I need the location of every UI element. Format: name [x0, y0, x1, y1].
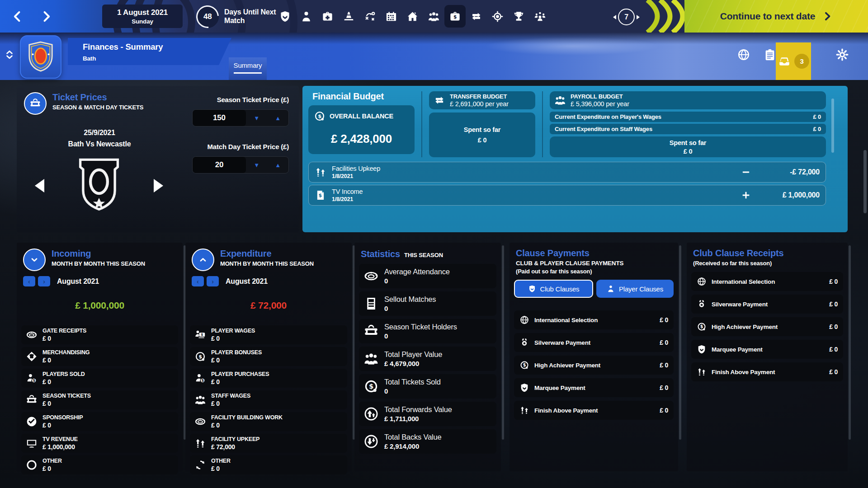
- topbar-nav-icon[interactable]: [359, 4, 381, 28]
- clause-receipt-row: Silverware Payment £ 0: [691, 295, 843, 314]
- clause-filter-tab[interactable]: Player Clauses: [596, 280, 674, 298]
- clause-payment-row: Finish Above Payment £ 0: [514, 401, 674, 420]
- clause-payment-row: International Selection £ 0: [514, 310, 674, 329]
- month-label: August 2021: [226, 277, 268, 286]
- match-day-price-label: Match Day Ticket Price (£): [171, 143, 289, 150]
- topbar-nav-icon[interactable]: [274, 4, 296, 28]
- season-ticket-price-stepper[interactable]: 150 ▼ ▲: [192, 109, 289, 127]
- stadium-icon: [26, 329, 38, 341]
- topbar-nav-icon[interactable]: [296, 4, 317, 28]
- notification-count-badge[interactable]: 7: [618, 9, 635, 25]
- notification-next-icon[interactable]: [637, 15, 640, 19]
- svg-text:$: $: [700, 324, 703, 329]
- decrease-button[interactable]: ▼: [246, 157, 267, 173]
- expense-row: $ PLAYER PURCHASES £ 0: [190, 369, 347, 388]
- topbar-nav-icon[interactable]: [529, 4, 551, 28]
- clause-payment-row: $ High Achiever Payment £ 0: [514, 356, 674, 375]
- season-ticket-price-value: 150: [193, 110, 246, 126]
- payroll-budget-value: £ 5,396,000 per year: [571, 100, 629, 108]
- minus-icon: [741, 167, 751, 177]
- notes-button[interactable]: [763, 48, 777, 61]
- trophy-icon: [513, 10, 525, 23]
- club-name: Bath: [83, 55, 231, 62]
- match-badge-icon: [75, 157, 123, 214]
- topbar-nav-icon[interactable]: [487, 4, 508, 28]
- stadium-icon: [363, 268, 379, 284]
- expense-row: $ PLAYER BONUSES £ 0: [190, 347, 347, 366]
- svg-text:$: $: [453, 14, 457, 20]
- upArrows-icon: [315, 166, 326, 178]
- day-text: Sunday: [132, 18, 153, 25]
- spent-so-far-value: £ 0: [684, 148, 693, 155]
- topbar-nav-icon[interactable]: [423, 4, 444, 28]
- calendar-icon: [385, 10, 397, 23]
- increase-button[interactable]: ▲: [267, 157, 288, 173]
- previous-month-button[interactable]: ‹: [23, 276, 35, 286]
- topbar-nav-icon[interactable]: [508, 4, 529, 28]
- notification-pager: 7: [613, 9, 640, 25]
- next-month-button[interactable]: ›: [38, 276, 50, 286]
- panel-subtitle: MONTH BY MONTH THIS SEASON: [52, 260, 145, 267]
- payroll-budget-card: PAYROLL BUDGET £ 5,396,000 per year: [550, 91, 826, 109]
- transfer-budget-card: TRANSFER BUDGET £ 2,691,000 per year: [429, 91, 535, 109]
- statistic-row: Total Backs Value £ 2,914,000: [359, 429, 496, 454]
- month-label: August 2021: [57, 277, 99, 286]
- next-month-button[interactable]: ›: [207, 276, 219, 286]
- world-button[interactable]: [737, 48, 750, 61]
- statistic-row: Average Attendance 0: [359, 264, 496, 288]
- club-badge[interactable]: [20, 35, 61, 79]
- expenditure-panel: Expenditure MONTH BY MONTH THIS SEASON ‹…: [185, 243, 352, 471]
- notification-prev-icon[interactable]: [613, 15, 616, 19]
- days-label: Days Until Next Match: [224, 8, 276, 25]
- people-icon: [428, 10, 440, 23]
- spent-so-far-label: Spent so far: [464, 126, 500, 133]
- topbar-nav-icon[interactable]: [466, 4, 487, 28]
- club-crest-icon: [27, 41, 55, 73]
- collapse-header-button[interactable]: [4, 49, 15, 65]
- svg-text:$: $: [198, 353, 202, 360]
- cone-icon: [343, 10, 355, 23]
- financial-budget-panel: Financial Budget $ OVERALL BALANCE £ 2,4…: [302, 86, 848, 232]
- topbar-nav-icon[interactable]: $: [444, 5, 466, 28]
- medal-icon: [697, 299, 707, 309]
- statistic-row: Sellout Matches 0: [359, 291, 496, 316]
- clause-payments-panel: Clause Payments CLUB & PLAYER CLAUSE PAY…: [509, 243, 678, 471]
- panel-subtitle: CLUB & PLAYER CLAUSE PAYMENTS: [516, 260, 672, 267]
- tab-summary[interactable]: Summary: [229, 57, 267, 80]
- panel-scrollbar[interactable]: [831, 99, 834, 153]
- overall-balance-value: £ 2,428,000: [314, 132, 409, 146]
- forward-button[interactable]: [36, 6, 56, 26]
- expense-row: FACILITY BUILDING WORK £ 0: [190, 412, 347, 431]
- shieldSolid-icon: [697, 344, 707, 354]
- dollarCircle-icon: $: [363, 379, 379, 394]
- expense-row: STAFF WAGES £ 0: [190, 390, 347, 409]
- previous-match-arrow[interactable]: [35, 179, 44, 192]
- inbox-button[interactable]: 3: [776, 42, 811, 80]
- previous-month-button[interactable]: ‹: [192, 276, 204, 286]
- match-day-price-value: 20: [193, 157, 246, 173]
- panel-note: (Received so far this season): [693, 260, 841, 267]
- incoming-panel: Incoming MONTH BY MONTH THIS SEASON ‹ › …: [17, 243, 183, 471]
- plus-icon: [741, 190, 751, 200]
- increase-button[interactable]: ▲: [267, 110, 288, 126]
- back-button[interactable]: [7, 6, 27, 26]
- collapse-icon: [4, 49, 15, 61]
- clause-receipt-row: International Selection £ 0: [691, 272, 843, 291]
- chevron-down-icon: [23, 249, 46, 271]
- topbar-nav-icon[interactable]: [317, 4, 338, 28]
- gear-icon[interactable]: [835, 48, 849, 61]
- next-match-arrow[interactable]: [154, 179, 163, 192]
- topbar-nav-icon[interactable]: [381, 4, 402, 28]
- playerDollar-icon: $: [194, 372, 206, 384]
- people-icon: [194, 394, 206, 406]
- continue-button[interactable]: Continue to next date: [684, 0, 868, 33]
- match-day-price-stepper[interactable]: 20 ▼ ▲: [192, 156, 289, 174]
- panel-title: Ticket Prices: [52, 92, 143, 103]
- topbar-nav-icon[interactable]: [338, 4, 359, 28]
- statistic-row: Total Forwards Value £ 1,711,000: [359, 402, 496, 426]
- topbar-nav-icon[interactable]: [402, 4, 423, 28]
- page-scrollbar[interactable]: [863, 150, 867, 213]
- svg-text:$: $: [201, 378, 204, 383]
- clause-filter-tab[interactable]: Club Clauses: [514, 280, 593, 298]
- decrease-button[interactable]: ▼: [246, 110, 267, 126]
